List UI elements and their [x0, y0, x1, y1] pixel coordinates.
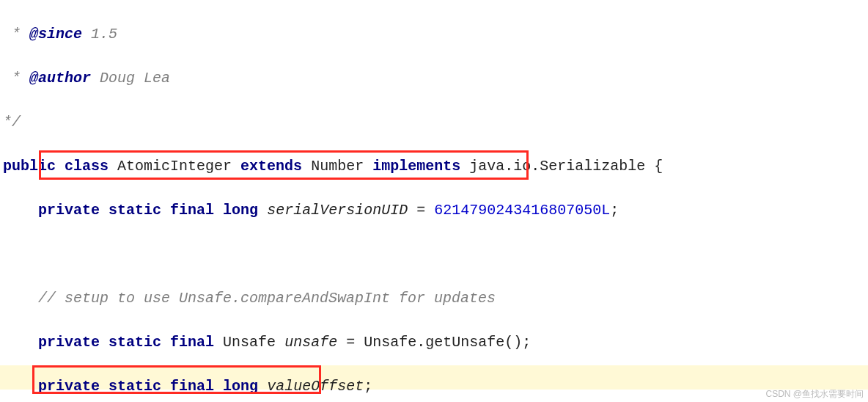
- unsafe-field-decl: private static final Unsafe unsafe = Uns…: [3, 332, 865, 354]
- class-decl: public class AtomicInteger extends Numbe…: [3, 156, 865, 178]
- javadoc-author: * @author Doug Lea: [3, 67, 865, 89]
- serialversionuid: private static final long serialVersionU…: [3, 200, 865, 222]
- javadoc-since: * @since 1.5: [3, 23, 865, 45]
- watermark: CSDN @鱼找水需要时间: [765, 387, 864, 401]
- valueoffset-decl: private static final long valueOffset;: [3, 376, 865, 398]
- javadoc-close: */: [3, 112, 865, 134]
- setup-comment: // setup to use Unsafe.compareAndSwapInt…: [3, 288, 865, 310]
- code-block: * @since 1.5 * @author Doug Lea */ publi…: [0, 0, 868, 402]
